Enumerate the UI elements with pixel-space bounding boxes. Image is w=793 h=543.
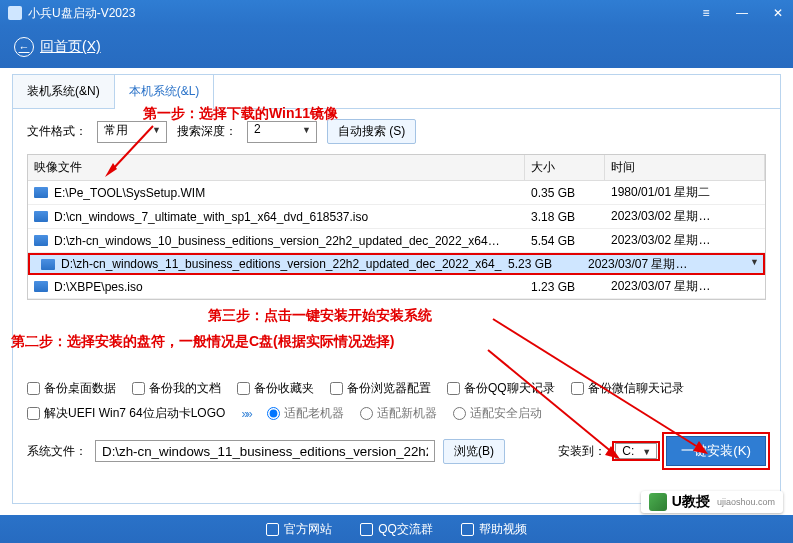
tab-strip: 装机系统(&N) 本机系统(&L) bbox=[13, 75, 780, 109]
col-size: 大小 bbox=[525, 155, 605, 180]
tab-install-system[interactable]: 装机系统(&N) bbox=[13, 75, 115, 108]
table-row[interactable]: E:\Pe_TOOL\SysSetup.WIM 0.35 GB 1980/01/… bbox=[28, 181, 765, 205]
chk-backup-qq[interactable]: 备份QQ聊天记录 bbox=[447, 380, 555, 397]
toolbar: ← 回首页(X) bbox=[0, 26, 793, 68]
back-home-link[interactable]: ← 回首页(X) bbox=[14, 37, 101, 57]
action-row: 系统文件： 浏览(B) 安装到： C: 一键安装(K) bbox=[13, 436, 780, 476]
back-arrow-icon: ← bbox=[14, 37, 34, 57]
browse-button[interactable]: 浏览(B) bbox=[443, 439, 505, 464]
disk-icon bbox=[34, 235, 48, 246]
table-row[interactable]: D:\cn_windows_7_ultimate_with_sp1_x64_dv… bbox=[28, 205, 765, 229]
auto-search-button[interactable]: 自动搜索 (S) bbox=[327, 119, 416, 144]
chk-uefi-fix[interactable]: 解决UEFI Win7 64位启动卡LOGO bbox=[27, 405, 225, 422]
back-label: 回首页(X) bbox=[40, 38, 101, 56]
watermark-icon bbox=[649, 493, 667, 511]
chevron-right-icon: »» bbox=[241, 407, 250, 421]
radio-secure-boot[interactable]: 适配安全启动 bbox=[453, 405, 542, 422]
tab-local-system[interactable]: 本机系统(&L) bbox=[115, 75, 215, 109]
depth-label: 搜索深度： bbox=[177, 123, 237, 140]
disk-icon bbox=[34, 187, 48, 198]
window-title: 小兵U盘启动-V2023 bbox=[28, 5, 135, 22]
drive-select[interactable]: C: bbox=[615, 443, 657, 459]
chk-backup-docs[interactable]: 备份我的文档 bbox=[132, 380, 221, 397]
install-to-label: 安装到： bbox=[558, 443, 606, 460]
radio-new-machine[interactable]: 适配新机器 bbox=[360, 405, 437, 422]
main-panel: 装机系统(&N) 本机系统(&L) 第一步：选择下载的Win11镜像 文件格式：… bbox=[12, 74, 781, 504]
table-header: 映像文件 大小 时间 bbox=[28, 155, 765, 181]
col-image-file: 映像文件 bbox=[28, 155, 525, 180]
sysfile-input[interactable] bbox=[95, 440, 435, 462]
disk-icon bbox=[34, 211, 48, 222]
depth-select[interactable]: 2 bbox=[247, 121, 317, 143]
chk-backup-browser[interactable]: 备份浏览器配置 bbox=[330, 380, 431, 397]
footer-bar: 官方网站 QQ交流群 帮助视频 bbox=[0, 515, 793, 543]
options-area: 备份桌面数据 备份我的文档 备份收藏夹 备份浏览器配置 备份QQ聊天记录 备份微… bbox=[13, 370, 780, 436]
chk-backup-wechat[interactable]: 备份微信聊天记录 bbox=[571, 380, 684, 397]
table-row[interactable]: D:\XBPE\pes.iso 1.23 GB 2023/03/07 星期… bbox=[28, 275, 765, 299]
radio-old-machine[interactable]: 适配老机器 bbox=[267, 405, 344, 422]
col-time: 时间 bbox=[605, 155, 765, 180]
annotation-step3: 第三步：点击一键安装开始安装系统 bbox=[208, 307, 432, 325]
window-titlebar: 小兵U盘启动-V2023 ≡ — ✕ bbox=[0, 0, 793, 26]
settings-icon[interactable]: ≡ bbox=[699, 6, 713, 20]
chk-backup-fav[interactable]: 备份收藏夹 bbox=[237, 380, 314, 397]
qq-icon bbox=[360, 523, 373, 536]
format-select[interactable]: 常用 bbox=[97, 121, 167, 143]
annotation-step2: 第二步：选择安装的盘符，一般情况是C盘(根据实际情况选择) bbox=[11, 333, 394, 351]
minimize-icon[interactable]: — bbox=[735, 6, 749, 20]
disk-icon bbox=[41, 259, 55, 270]
sysfile-label: 系统文件： bbox=[27, 443, 87, 460]
disk-icon bbox=[34, 281, 48, 292]
app-icon bbox=[8, 6, 22, 20]
chk-backup-desktop[interactable]: 备份桌面数据 bbox=[27, 380, 116, 397]
watermark: U教授 ujiaoshou.com bbox=[641, 491, 783, 513]
table-row[interactable]: D:\zh-cn_windows_10_business_editions_ve… bbox=[28, 229, 765, 253]
footer-website[interactable]: 官方网站 bbox=[266, 521, 332, 538]
filter-row: 文件格式： 常用 搜索深度： 2 自动搜索 (S) bbox=[13, 109, 780, 154]
table-row-selected[interactable]: D:\zh-cn_windows_11_business_editions_ve… bbox=[28, 253, 765, 275]
close-icon[interactable]: ✕ bbox=[771, 6, 785, 20]
footer-qq-group[interactable]: QQ交流群 bbox=[360, 521, 433, 538]
globe-icon bbox=[266, 523, 279, 536]
format-label: 文件格式： bbox=[27, 123, 87, 140]
install-button[interactable]: 一键安装(K) bbox=[666, 436, 766, 466]
footer-help-video[interactable]: 帮助视频 bbox=[461, 521, 527, 538]
video-icon bbox=[461, 523, 474, 536]
image-table: 映像文件 大小 时间 E:\Pe_TOOL\SysSetup.WIM 0.35 … bbox=[27, 154, 766, 300]
